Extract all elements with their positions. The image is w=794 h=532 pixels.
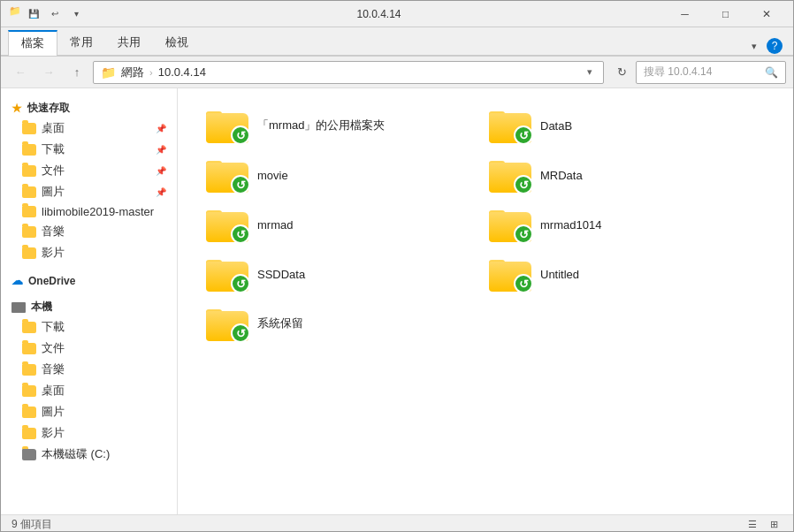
folder-item[interactable]: ↺ movie bbox=[199, 152, 447, 198]
folder-name: SSDData bbox=[257, 268, 305, 281]
sidebar-item-desktop-1[interactable]: 桌面 📌 bbox=[1, 118, 177, 139]
folder-name: Untitled bbox=[540, 268, 579, 281]
sidebar-item-documents-2[interactable]: 文件 bbox=[1, 338, 177, 359]
save-button[interactable]: 💾 bbox=[24, 4, 43, 24]
pin-icon: 📌 bbox=[156, 166, 166, 176]
folder-icon bbox=[22, 123, 36, 134]
sidebar-item-label: libimobile2019-master bbox=[42, 205, 154, 218]
star-icon: ★ bbox=[11, 102, 22, 115]
sidebar-item-videos-2[interactable]: 影片 bbox=[1, 422, 177, 444]
sidebar-item-downloads-2[interactable]: 下載 bbox=[1, 316, 177, 338]
sidebar-item-pictures-2[interactable]: 圖片 bbox=[1, 401, 177, 422]
folder-item[interactable]: ↺ Untitled bbox=[482, 251, 729, 297]
folder-item[interactable]: ↺ SSDData bbox=[199, 251, 447, 297]
tab-home[interactable]: 常用 bbox=[57, 29, 105, 55]
folder-name: 「mrmad」的公用檔案夾 bbox=[257, 118, 385, 133]
folder-icon bbox=[22, 206, 36, 217]
sidebar-item-label: 本機磁碟 (C:) bbox=[42, 446, 110, 462]
network-arrow-icon: ↺ bbox=[231, 323, 250, 343]
app-icon: 📁 bbox=[8, 4, 22, 19]
network-arrow-icon: ↺ bbox=[231, 274, 250, 293]
item-count: 9 個項目 bbox=[11, 517, 52, 532]
folder-name: movie bbox=[257, 169, 288, 182]
close-button[interactable]: ✕ bbox=[746, 1, 786, 27]
help-button[interactable]: ? bbox=[767, 38, 783, 54]
address-bar: ← → ↑ 📁 網路 › 10.0.4.14 ▾ ↻ 搜尋 10.0.4.14 … bbox=[1, 57, 793, 88]
up-button[interactable]: ↑ bbox=[65, 60, 89, 85]
maximize-button[interactable]: □ bbox=[706, 1, 745, 27]
network-arrow-icon: ↺ bbox=[231, 224, 250, 244]
tab-share[interactable]: 共用 bbox=[105, 29, 153, 55]
network-folder-icon: ↺ bbox=[489, 256, 531, 292]
window-controls: ─ □ ✕ bbox=[665, 1, 786, 27]
tab-file[interactable]: 檔案 bbox=[8, 30, 57, 56]
sidebar-item-videos-1[interactable]: 影片 bbox=[1, 242, 177, 263]
folder-icon bbox=[22, 364, 36, 376]
folder-item[interactable]: ↺ 「mrmad」的公用檔案夾 bbox=[199, 103, 447, 148]
sidebar-item-label: 音樂 bbox=[42, 224, 65, 239]
main-layout: ★ 快速存取 桌面 📌 下載 📌 文件 📌 圖片 📌 libimobile201… bbox=[1, 88, 793, 514]
this-pc-section[interactable]: 本機 bbox=[1, 294, 177, 316]
folder-icon bbox=[22, 385, 36, 397]
address-host: 10.0.4.14 bbox=[158, 65, 206, 79]
folder-item[interactable]: ↺ MRData bbox=[482, 152, 729, 198]
ribbon: 檔案 常用 共用 檢視 ▾ ? bbox=[1, 27, 793, 57]
address-dropdown-button[interactable]: ▾ bbox=[584, 65, 596, 80]
sidebar-item-label: 下載 bbox=[42, 141, 65, 157]
folder-item[interactable]: ↺ mrmad bbox=[199, 201, 447, 247]
folder-name: DataB bbox=[540, 119, 572, 133]
folder-icon bbox=[22, 428, 36, 439]
network-folder-icon: ↺ bbox=[206, 207, 248, 242]
sidebar-item-downloads-1[interactable]: 下載 📌 bbox=[1, 139, 177, 160]
onedrive-label: OneDrive bbox=[28, 275, 75, 287]
sidebar-item-music-2[interactable]: 音樂 bbox=[1, 359, 177, 380]
network-arrow-icon: ↺ bbox=[231, 125, 250, 145]
network-arrow-icon: ↺ bbox=[231, 175, 250, 194]
folder-icon bbox=[22, 322, 36, 333]
search-placeholder: 搜尋 10.0.4.14 bbox=[644, 65, 712, 80]
quick-access-section: ★ 快速存取 bbox=[1, 95, 177, 118]
back-button[interactable]: ← bbox=[8, 60, 33, 85]
sidebar-item-music-1[interactable]: 音樂 bbox=[1, 221, 177, 242]
sidebar-item-desktop-2[interactable]: 桌面 bbox=[1, 380, 177, 401]
details-view-button[interactable]: ☰ bbox=[744, 517, 761, 533]
sidebar-item-label: 圖片 bbox=[42, 184, 65, 200]
cloud-icon: ☁ bbox=[11, 274, 23, 287]
folder-name: MRData bbox=[540, 169, 583, 182]
network-arrow-icon: ↺ bbox=[514, 175, 533, 194]
sidebar-item-local-disk[interactable]: 本機磁碟 (C:) bbox=[1, 444, 177, 465]
forward-button[interactable]: → bbox=[36, 60, 61, 85]
network-arrow-icon: ↺ bbox=[514, 274, 533, 293]
quick-access-label: 快速存取 bbox=[27, 101, 70, 116]
network-folder-icon: ↺ bbox=[489, 157, 531, 193]
tab-view[interactable]: 檢視 bbox=[153, 29, 201, 55]
sidebar-item-label: 圖片 bbox=[42, 404, 65, 420]
network-folder-icon: ↺ bbox=[489, 108, 531, 143]
undo-button[interactable]: ↩ bbox=[45, 4, 65, 24]
collapse-ribbon-button[interactable]: ▾ bbox=[745, 37, 763, 55]
network-folder-icon: ↺ bbox=[206, 256, 248, 292]
sidebar-item-label: 桌面 bbox=[42, 120, 65, 136]
folder-item[interactable]: ↺ 系統保留 bbox=[199, 300, 447, 346]
sidebar-item-pictures-1[interactable]: 圖片 📌 bbox=[1, 181, 177, 202]
ribbon-right-buttons: ▾ ? bbox=[745, 37, 786, 55]
sidebar-item-libimobile[interactable]: libimobile2019-master bbox=[1, 202, 177, 221]
refresh-button[interactable]: ↻ bbox=[611, 62, 632, 83]
sidebar: ★ 快速存取 桌面 📌 下載 📌 文件 📌 圖片 📌 libimobile201… bbox=[1, 88, 178, 514]
address-box[interactable]: 📁 網路 › 10.0.4.14 ▾ bbox=[93, 61, 604, 84]
folder-item[interactable]: ↺ mrmad1014 bbox=[482, 201, 729, 247]
sidebar-item-label: 影片 bbox=[42, 245, 65, 261]
folder-name: mrmad bbox=[257, 218, 293, 232]
search-box[interactable]: 搜尋 10.0.4.14 🔍 bbox=[636, 61, 786, 84]
this-pc-label: 本機 bbox=[31, 300, 52, 315]
sidebar-item-documents-1[interactable]: 文件 📌 bbox=[1, 160, 177, 181]
large-icons-view-button[interactable]: ⊞ bbox=[765, 517, 783, 533]
pin-icon: 📌 bbox=[156, 145, 166, 155]
qat-dropdown-button[interactable]: ▾ bbox=[66, 4, 86, 24]
folder-name: mrmad1014 bbox=[540, 218, 601, 232]
onedrive-section[interactable]: ☁ OneDrive bbox=[1, 269, 177, 289]
sidebar-item-label: 音樂 bbox=[42, 361, 65, 377]
address-separator: › bbox=[149, 67, 153, 78]
minimize-button[interactable]: ─ bbox=[665, 1, 705, 27]
folder-item[interactable]: ↺ DataB bbox=[482, 103, 729, 148]
